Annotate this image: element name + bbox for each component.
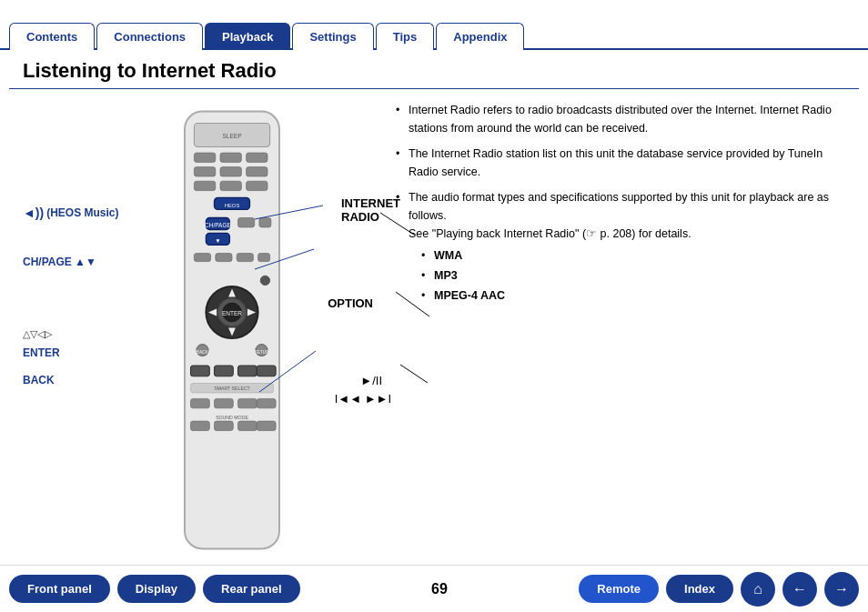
svg-rect-9 (194, 181, 215, 190)
svg-text:SOUND MODE: SOUND MODE (216, 415, 248, 420)
svg-rect-48 (191, 421, 210, 430)
svg-text:SLEEP: SLEEP (223, 133, 242, 139)
page-title: Listening to Internet Radio (9, 50, 859, 89)
svg-text:BACK: BACK (196, 349, 209, 355)
svg-rect-22 (237, 254, 253, 262)
info-bullet-2: The Internet Radio station list on this … (396, 145, 850, 181)
svg-text:ENTER: ENTER (222, 310, 242, 316)
tab-tips[interactable]: Tips (376, 23, 435, 50)
svg-rect-6 (194, 167, 215, 176)
svg-rect-11 (247, 181, 267, 190)
bottom-nav-right: Remote Index ⌂ ← → (579, 572, 859, 607)
tab-playback[interactable]: Playback (205, 23, 290, 50)
svg-rect-50 (238, 421, 257, 430)
svg-rect-19 (259, 218, 271, 227)
tab-connections[interactable]: Connections (96, 23, 203, 50)
svg-text:SMART SELECT: SMART SELECT (214, 386, 250, 391)
svg-rect-20 (194, 254, 210, 262)
tab-contents[interactable]: Contents (9, 23, 95, 50)
index-button[interactable]: Index (666, 575, 733, 603)
bottom-nav-left: Front panel Display Rear panel (9, 575, 300, 603)
label-option: OPTION (328, 296, 373, 310)
heos-music-icon: ◄)) (23, 206, 44, 220)
svg-rect-51 (257, 421, 276, 430)
svg-rect-40 (257, 366, 276, 376)
format-wma: WMA (421, 246, 850, 265)
svg-text:HEOS: HEOS (225, 203, 240, 208)
info-bullet-3: The audio format types and specification… (396, 188, 850, 305)
display-button[interactable]: Display (117, 575, 196, 603)
svg-rect-37 (191, 366, 210, 376)
svg-rect-44 (215, 398, 234, 407)
top-navigation: Contents Connections Playback Settings T… (0, 0, 868, 50)
format-mpeg4: MPEG-4 AAC (421, 286, 850, 305)
svg-rect-21 (216, 254, 232, 262)
svg-rect-45 (238, 398, 257, 407)
svg-rect-18 (238, 218, 255, 227)
svg-point-24 (260, 276, 269, 285)
remote-area: ◄)) (HEOS Music) CH/PAGE ▲▼ △▽◁▷ ENTER B… (14, 96, 378, 555)
svg-rect-43 (191, 398, 210, 407)
forward-arrow-button[interactable]: → (824, 572, 859, 607)
svg-rect-23 (258, 254, 270, 262)
rear-panel-button[interactable]: Rear panel (203, 575, 299, 603)
svg-rect-10 (220, 181, 241, 190)
label-back: BACK (23, 374, 55, 386)
remote-image: SLEEP HEOS CH/PAGE ▼ (173, 105, 291, 557)
svg-rect-46 (257, 398, 276, 407)
format-mp3: MP3 (421, 266, 850, 285)
info-bullet-1: Internet Radio refers to radio broadcast… (396, 101, 850, 137)
remote-button[interactable]: Remote (579, 575, 659, 603)
main-content: ◄)) (HEOS Music) CH/PAGE ▲▼ △▽◁▷ ENTER B… (0, 89, 868, 562)
label-ch-page: CH/PAGE ▲▼ (23, 256, 96, 268)
svg-text:▼: ▼ (215, 237, 220, 244)
svg-rect-3 (194, 153, 215, 162)
svg-rect-5 (247, 153, 267, 162)
label-heos-music: ◄)) (HEOS Music) (23, 206, 119, 220)
svg-rect-7 (220, 167, 241, 176)
svg-rect-4 (220, 153, 241, 162)
front-panel-button[interactable]: Front panel (9, 575, 110, 603)
back-arrow-button[interactable]: ← (782, 572, 817, 607)
svg-text:SETUP: SETUP (255, 350, 268, 355)
label-enter: ENTER (23, 346, 60, 359)
info-area: Internet Radio refers to radio broadcast… (387, 96, 854, 555)
page-number: 69 (431, 581, 448, 597)
svg-rect-38 (215, 366, 234, 376)
label-skip: I◄◄ ►►I (335, 392, 391, 406)
tab-settings[interactable]: Settings (292, 23, 373, 50)
label-internet-radio: INTERNET RADIO (341, 196, 400, 224)
svg-rect-8 (247, 167, 267, 176)
bottom-navigation: Front panel Display Rear panel 69 Remote… (0, 565, 868, 612)
svg-text:CH/PAGE: CH/PAGE (205, 222, 231, 228)
svg-rect-49 (215, 421, 234, 430)
tab-appendix[interactable]: Appendix (436, 23, 524, 50)
svg-rect-39 (238, 366, 257, 376)
label-play-pause: ►/II (360, 374, 382, 387)
label-arrows: △▽◁▷ (23, 328, 52, 340)
home-icon-button[interactable]: ⌂ (741, 572, 775, 607)
